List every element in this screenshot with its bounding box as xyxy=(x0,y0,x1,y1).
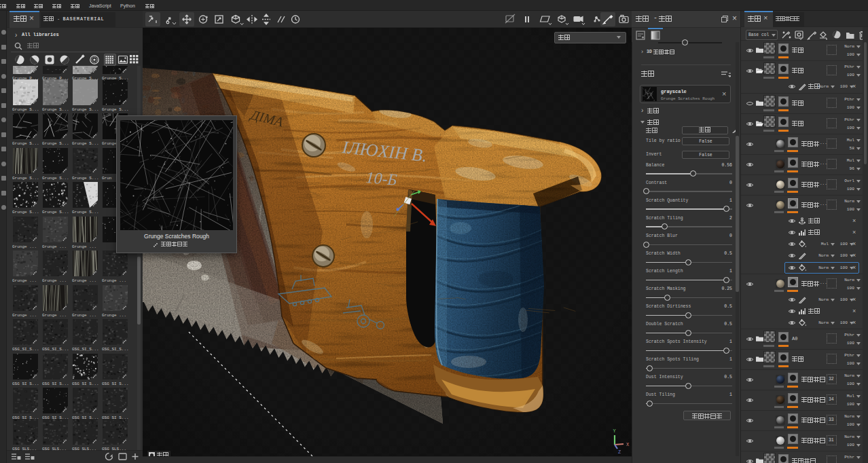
svg-text:Z: Z xyxy=(618,449,621,455)
svg-text:Y: Y xyxy=(613,428,617,434)
svg-text:X: X xyxy=(626,442,630,447)
